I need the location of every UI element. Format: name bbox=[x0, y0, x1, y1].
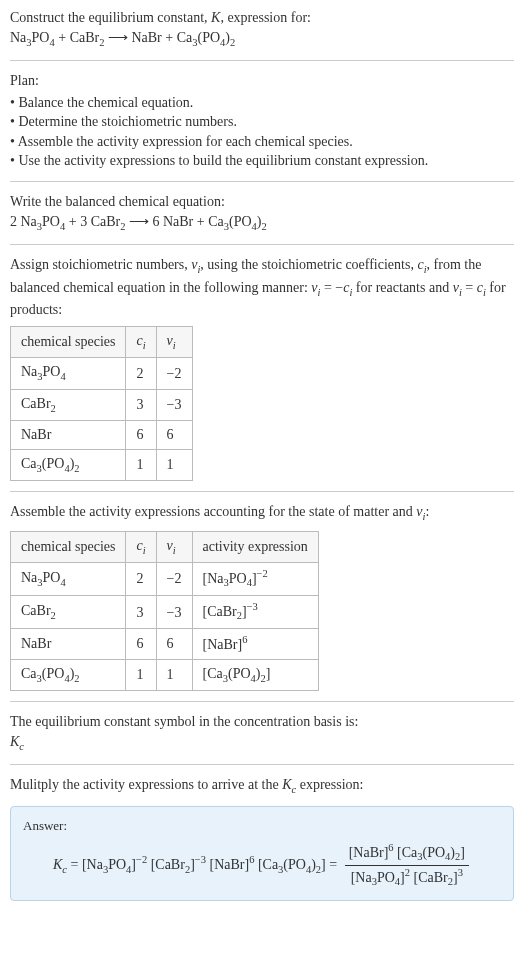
cell: 6 bbox=[126, 629, 156, 659]
col-header: νi bbox=[156, 326, 192, 357]
intro-line: Construct the equilibrium constant, K, e… bbox=[10, 8, 514, 28]
symbol-line2: Kc bbox=[10, 732, 514, 754]
col-header: ci bbox=[126, 326, 156, 357]
plan-item: Use the activity expressions to build th… bbox=[10, 151, 514, 171]
table-header-row: chemical species ci νi bbox=[11, 326, 193, 357]
multiply-section: Mulitply the activity expressions to arr… bbox=[10, 775, 514, 797]
balanced-section: Write the balanced chemical equation: 2 … bbox=[10, 192, 514, 234]
divider bbox=[10, 244, 514, 245]
cell: [Ca3(PO4)2] bbox=[192, 659, 318, 690]
balanced-equation: 2 Na3PO4 + 3 CaBr2 ⟶ 6 NaBr + Ca3(PO4)2 bbox=[10, 212, 514, 234]
cell: Na3PO4 bbox=[11, 563, 126, 596]
symbol-section: The equilibrium constant symbol in the c… bbox=[10, 712, 514, 754]
cell: 1 bbox=[126, 449, 156, 480]
divider bbox=[10, 491, 514, 492]
cell: 2 bbox=[126, 563, 156, 596]
cell: −2 bbox=[156, 358, 192, 389]
plan-section: Plan: Balance the chemical equation. Det… bbox=[10, 71, 514, 171]
stoich-table: chemical species ci νi Na3PO4 2 −2 CaBr2… bbox=[10, 326, 193, 482]
col-header: ci bbox=[126, 531, 156, 562]
answer-label: Answer: bbox=[23, 817, 501, 835]
cell: 6 bbox=[156, 629, 192, 659]
table-row: Na3PO4 2 −2 bbox=[11, 358, 193, 389]
answer-box: Answer: Kc = [Na3PO4]−2 [CaBr2]−3 [NaBr]… bbox=[10, 806, 514, 901]
symbol-line1: The equilibrium constant symbol in the c… bbox=[10, 712, 514, 732]
table-row: Na3PO4 2 −2 [Na3PO4]−2 bbox=[11, 563, 319, 596]
divider bbox=[10, 764, 514, 765]
activity-table: chemical species ci νi activity expressi… bbox=[10, 531, 319, 692]
cell: Ca3(PO4)2 bbox=[11, 659, 126, 690]
cell: [CaBr2]−3 bbox=[192, 596, 318, 629]
answer-fraction: [NaBr]6 [Ca3(PO4)2][Na3PO4]2 [CaBr2]3 bbox=[345, 841, 469, 890]
table-row: NaBr 6 6 [NaBr]6 bbox=[11, 629, 319, 659]
divider bbox=[10, 701, 514, 702]
cell: NaBr bbox=[11, 421, 126, 450]
cell: 6 bbox=[156, 421, 192, 450]
answer-equation: Kc = [Na3PO4]−2 [CaBr2]−3 [NaBr]6 [Ca3(P… bbox=[23, 841, 501, 890]
plan-item: Balance the chemical equation. bbox=[10, 93, 514, 113]
assign-text: Assign stoichiometric numbers, νi, using… bbox=[10, 255, 514, 320]
cell: Na3PO4 bbox=[11, 358, 126, 389]
activity-section: Assemble the activity expressions accoun… bbox=[10, 502, 514, 691]
assign-section: Assign stoichiometric numbers, νi, using… bbox=[10, 255, 514, 481]
plan-item: Determine the stoichiometric numbers. bbox=[10, 112, 514, 132]
plan-title: Plan: bbox=[10, 71, 514, 91]
table-header-row: chemical species ci νi activity expressi… bbox=[11, 531, 319, 562]
intro-section: Construct the equilibrium constant, K, e… bbox=[10, 8, 514, 50]
col-header: chemical species bbox=[11, 326, 126, 357]
col-header: activity expression bbox=[192, 531, 318, 562]
col-header: chemical species bbox=[11, 531, 126, 562]
cell: 1 bbox=[156, 659, 192, 690]
cell: 1 bbox=[156, 449, 192, 480]
cell: [NaBr]6 bbox=[192, 629, 318, 659]
table-row: NaBr 6 6 bbox=[11, 421, 193, 450]
fraction-numerator: [NaBr]6 [Ca3(PO4)2] bbox=[345, 841, 469, 866]
cell: CaBr2 bbox=[11, 596, 126, 629]
cell: [Na3PO4]−2 bbox=[192, 563, 318, 596]
multiply-text: Mulitply the activity expressions to arr… bbox=[10, 775, 514, 797]
cell: 2 bbox=[126, 358, 156, 389]
plan-item: Assemble the activity expression for eac… bbox=[10, 132, 514, 152]
table-row: Ca3(PO4)2 1 1 [Ca3(PO4)2] bbox=[11, 659, 319, 690]
divider bbox=[10, 60, 514, 61]
cell: −3 bbox=[156, 389, 192, 420]
table-row: CaBr2 3 −3 [CaBr2]−3 bbox=[11, 596, 319, 629]
balanced-title: Write the balanced chemical equation: bbox=[10, 192, 514, 212]
divider bbox=[10, 181, 514, 182]
fraction-denominator: [Na3PO4]2 [CaBr2]3 bbox=[345, 866, 469, 890]
activity-text: Assemble the activity expressions accoun… bbox=[10, 502, 514, 524]
cell: NaBr bbox=[11, 629, 126, 659]
cell: 3 bbox=[126, 389, 156, 420]
cell: −2 bbox=[156, 563, 192, 596]
cell: −3 bbox=[156, 596, 192, 629]
cell: Ca3(PO4)2 bbox=[11, 449, 126, 480]
answer-lhs: Kc = [Na3PO4]−2 [CaBr2]−3 [NaBr]6 [Ca3(P… bbox=[53, 857, 341, 872]
table-row: CaBr2 3 −3 bbox=[11, 389, 193, 420]
plan-list: Balance the chemical equation. Determine… bbox=[10, 93, 514, 171]
intro-equation: Na3PO4 + CaBr2 ⟶ NaBr + Ca3(PO4)2 bbox=[10, 28, 514, 50]
cell: 6 bbox=[126, 421, 156, 450]
cell: 3 bbox=[126, 596, 156, 629]
cell: CaBr2 bbox=[11, 389, 126, 420]
table-row: Ca3(PO4)2 1 1 bbox=[11, 449, 193, 480]
cell: 1 bbox=[126, 659, 156, 690]
col-header: νi bbox=[156, 531, 192, 562]
